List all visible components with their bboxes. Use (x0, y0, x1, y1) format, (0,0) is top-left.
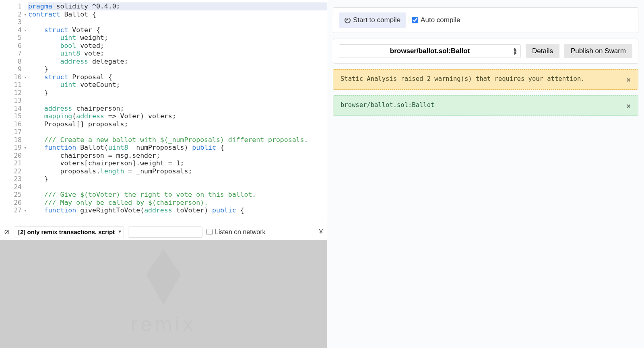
terminal-body[interactable]: remix (0, 240, 327, 348)
editor-code[interactable]: pragma solidity ^0.4.0;contract Ballot {… (25, 0, 327, 224)
listen-checkbox[interactable] (206, 229, 213, 235)
start-compile-button[interactable]: Start to compile (339, 12, 406, 28)
remix-watermark: remix (131, 313, 196, 336)
success-text: browser/ballot.sol:Ballot (341, 101, 434, 109)
collapse-terminal-icon[interactable]: ¥ (319, 229, 323, 236)
editor-gutter: 1234567891011121314151617181920212223242… (0, 0, 25, 224)
refresh-icon (345, 17, 351, 23)
compile-panel: Start to compile Auto compile browser/ba… (327, 0, 644, 348)
terminal-toolbar: ⊘ [2] only remix transactions, script Li… (0, 224, 327, 240)
tx-filter-label: [2] only remix transactions, script (18, 229, 115, 235)
contract-select-value: browser/ballot.sol:Ballot (390, 47, 470, 55)
start-compile-label: Start to compile (353, 16, 400, 24)
code-editor[interactable]: 1234567891011121314151617181920212223242… (0, 0, 327, 224)
clear-console-icon[interactable]: ⊘ (4, 228, 10, 236)
contract-controls: browser/ballot.sol:Ballot ▴▾ Details Pub… (333, 39, 638, 64)
details-button[interactable]: Details (526, 44, 559, 58)
static-analysis-warning[interactable]: Static Analysis raised 2 warning(s) that… (333, 69, 638, 90)
tx-filter-dropdown[interactable]: [2] only remix transactions, script (14, 227, 124, 237)
warning-text: Static Analysis raised 2 warning(s) that… (341, 75, 585, 82)
compile-success[interactable]: browser/ballot.sol:Ballot ✕ (333, 95, 638, 116)
console-input[interactable] (128, 227, 202, 238)
auto-compile-label: Auto compile (421, 16, 460, 24)
auto-compile-checkbox[interactable] (412, 17, 418, 23)
listen-label: Listen on network (215, 229, 265, 236)
publish-swarm-button[interactable]: Publish on Swarm (564, 44, 632, 58)
ethereum-logo-icon (146, 249, 181, 305)
listen-toggle[interactable]: Listen on network (206, 229, 265, 236)
close-icon[interactable]: ✕ (626, 101, 631, 110)
contract-select[interactable]: browser/ballot.sol:Ballot ▴▾ (339, 44, 521, 58)
auto-compile-toggle[interactable]: Auto compile (412, 16, 460, 24)
close-icon[interactable]: ✕ (626, 75, 631, 84)
compile-controls: Start to compile Auto compile (333, 7, 638, 33)
